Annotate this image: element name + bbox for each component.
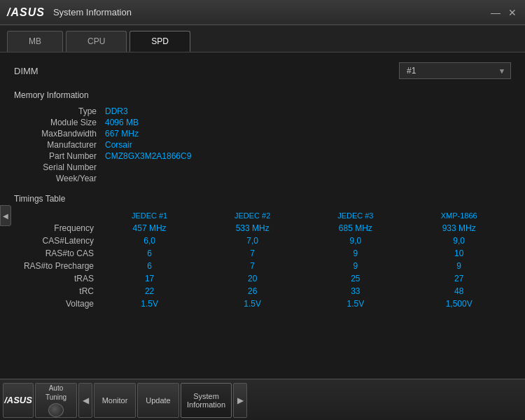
timings-data-row: RAS#to CAS67910 [14, 247, 511, 260]
update-button[interactable]: Update [137, 383, 179, 418]
timings-cell: 27 [407, 272, 511, 285]
timings-cell: 9,0 [304, 234, 407, 247]
bottom-bar: /ASUS AutoTuning ◀ Monitor Update System… [0, 379, 525, 420]
auto-tuning-button[interactable]: AutoTuning [35, 383, 77, 418]
info-row-partnum: Part Number CMZ8GX3M2A1866C9 [14, 150, 511, 162]
info-key-partnum: Part Number [14, 151, 105, 161]
timings-cell: 685 MHz [304, 222, 407, 234]
info-val-partnum: CMZ8GX3M2A1866C9 [105, 151, 191, 161]
minimize-button[interactable]: — [490, 7, 501, 18]
timings-cell: 533 MHz [201, 222, 304, 234]
col-header-xmp: XMP-1866 [407, 209, 511, 222]
window-controls: — ✕ [490, 7, 518, 18]
timings-data-row: tRAS17202527 [14, 272, 511, 285]
timings-data-row: Frequency457 MHz533 MHz685 MHz933 MHz [14, 222, 511, 234]
info-key-serial: Serial Number [14, 162, 105, 172]
timings-cell: 6,0 [98, 234, 201, 247]
update-label: Update [146, 396, 170, 405]
timings-cell: 22 [98, 285, 201, 298]
timings-cell: 7,0 [201, 234, 304, 247]
memory-info-header: Memory Information [14, 90, 511, 100]
timings-row-label: Frequency [14, 222, 98, 234]
col-header-jedec1: JEDEC #1 [98, 209, 201, 222]
timings-cell: 9,0 [407, 234, 511, 247]
info-val-manufacturer: Corsair [105, 140, 132, 150]
timings-row-label: tRC [14, 285, 98, 298]
timings-row-label: tRAS [14, 272, 98, 285]
title-bar: /ASUS System Information — ✕ [0, 0, 525, 25]
timings-cell: 17 [98, 272, 201, 285]
info-row-type: Type DDR3 [14, 106, 511, 117]
monitor-button[interactable]: Monitor [94, 383, 136, 418]
timings-table: JEDEC #1 JEDEC #2 JEDEC #3 XMP-1866 Freq… [14, 209, 511, 310]
asus-logo: /ASUS [7, 6, 45, 19]
info-key-manufacturer: Manufacturer [14, 140, 105, 150]
tab-spd[interactable]: SPD [130, 31, 190, 52]
info-key-type: Type [14, 106, 105, 116]
info-row-serial: Serial Number [14, 162, 511, 173]
info-key-weekyear: Week/Year [14, 174, 105, 183]
col-header-jedec3: JEDEC #3 [304, 209, 407, 222]
timings-row-label: Voltage [14, 298, 98, 310]
info-row-weekyear: Week/Year [14, 173, 511, 184]
timings-row-label: CAS#Latency [14, 234, 98, 247]
dimm-label: DIMM [14, 66, 70, 76]
timings-cell: 25 [304, 272, 407, 285]
dimm-select[interactable]: #1 #2 #3 #4 [399, 62, 511, 79]
monitor-label: Monitor [102, 396, 128, 405]
asus-logo-bottom: /ASUS [3, 383, 34, 418]
timings-cell: 7 [201, 260, 304, 272]
timings-cell: 1.5V [201, 298, 304, 310]
system-info-label: SystemInformation [187, 392, 225, 409]
timings-cell: 6 [98, 247, 201, 260]
memory-info-table: Type DDR3 Module Size 4096 MB MaxBandwid… [14, 106, 511, 184]
window-title: System Information [53, 7, 490, 18]
timings-cell: 1.5V [98, 298, 201, 310]
timings-cell: 933 MHz [407, 222, 511, 234]
tab-cpu[interactable]: CPU [66, 31, 127, 52]
info-val-bandwidth: 667 MHz [105, 129, 139, 139]
tab-bar: MB CPU SPD [0, 25, 525, 52]
timings-cell: 6 [98, 260, 201, 272]
timings-row-label: RAS#to CAS [14, 247, 98, 260]
close-button[interactable]: ✕ [507, 7, 518, 18]
timings-cell: 48 [407, 285, 511, 298]
info-row-bandwidth: MaxBandwidth 667 MHz [14, 128, 511, 139]
timings-cell: 7 [201, 247, 304, 260]
tab-mb[interactable]: MB [7, 31, 63, 52]
main-content: DIMM #1 #2 #3 #4 ▼ Memory Information Ty… [0, 52, 525, 379]
timings-cell: 1.5V [304, 298, 407, 310]
col-header-label [14, 209, 98, 222]
next-arrow-button[interactable]: ▶ [233, 383, 247, 418]
timings-header-row: JEDEC #1 JEDEC #2 JEDEC #3 XMP-1866 [14, 209, 511, 222]
info-val-size: 4096 MB [105, 118, 139, 127]
info-row-manufacturer: Manufacturer Corsair [14, 139, 511, 150]
timings-data-row: CAS#Latency6,07,09,09,0 [14, 234, 511, 247]
timings-cell: 457 MHz [98, 222, 201, 234]
dimm-row: DIMM #1 #2 #3 #4 ▼ [14, 59, 511, 82]
prev-arrow-button[interactable]: ◀ [78, 383, 92, 418]
col-header-jedec2: JEDEC #2 [201, 209, 304, 222]
timings-cell: 9 [304, 260, 407, 272]
timings-data-row: RAS#to Precharge6799 [14, 260, 511, 272]
info-key-size: Module Size [14, 118, 105, 127]
auto-tuning-label: AutoTuning [46, 384, 66, 402]
side-arrow[interactable]: ◀ [0, 205, 11, 226]
info-row-size: Module Size 4096 MB [14, 117, 511, 128]
auto-tuning-icon [48, 403, 64, 417]
timings-cell: 9 [304, 247, 407, 260]
timings-cell: 10 [407, 247, 511, 260]
info-val-type: DDR3 [105, 106, 128, 116]
timings-data-row: Voltage1.5V1.5V1.5V1,500V [14, 298, 511, 310]
timings-cell: 20 [201, 272, 304, 285]
timings-cell: 33 [304, 285, 407, 298]
timings-cell: 9 [407, 260, 511, 272]
system-info-button[interactable]: SystemInformation [181, 383, 232, 418]
timings-row-label: RAS#to Precharge [14, 260, 98, 272]
timings-cell: 1,500V [407, 298, 511, 310]
timings-cell: 26 [201, 285, 304, 298]
timings-header: Timings Table [14, 194, 511, 204]
timings-data-row: tRC22263348 [14, 285, 511, 298]
dimm-select-wrapper: #1 #2 #3 #4 ▼ [399, 62, 511, 79]
timings-section: Timings Table JEDEC #1 JEDEC #2 JEDEC #3… [14, 194, 511, 310]
